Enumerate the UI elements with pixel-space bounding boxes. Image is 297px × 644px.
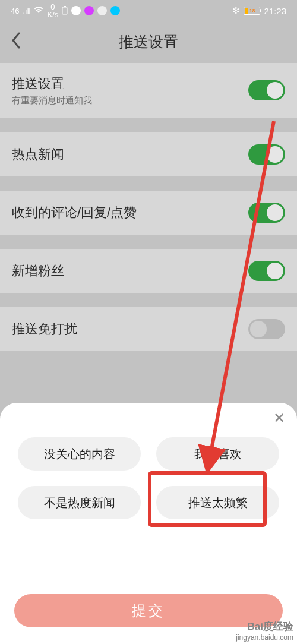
option-dislike[interactable]: 我不喜欢	[156, 437, 279, 471]
option-not-interested[interactable]: 没关心的内容	[18, 437, 141, 471]
watermark: Bai度经验 jingyan.baidu.com	[236, 621, 293, 642]
option-too-frequent[interactable]: 推送太频繁	[156, 486, 279, 519]
option-not-hot[interactable]: 不是热度新闻	[18, 486, 141, 519]
close-icon[interactable]: ✕	[273, 411, 285, 425]
feedback-modal: ✕ 没关心的内容 我不喜欢 不是热度新闻 推送太频繁 提交	[0, 403, 297, 644]
